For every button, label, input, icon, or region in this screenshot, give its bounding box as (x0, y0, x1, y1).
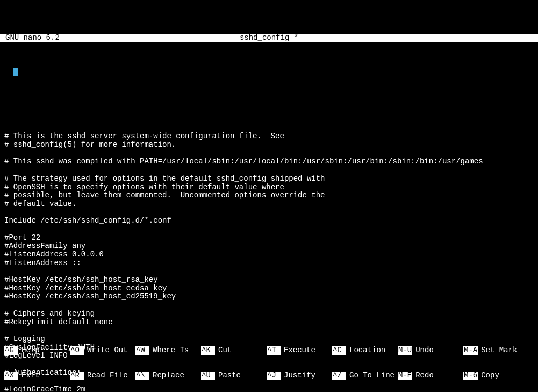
shortcut-label: Go To Line (346, 372, 394, 380)
shortcut-label: Cut (215, 346, 232, 355)
file-name: sshd_config * (240, 34, 298, 42)
shortcut-key: M-A (463, 346, 478, 355)
shortcut-key: M-U (398, 346, 412, 355)
shortcut-label: Exit (18, 372, 40, 380)
shortcut-item[interactable]: ^TExecute (267, 346, 330, 355)
buffer-line[interactable] (4, 301, 534, 310)
cursor (13, 68, 18, 76)
shortcut-item[interactable]: ^OWrite Out (70, 346, 133, 355)
shortcut-label: Redo (412, 372, 434, 380)
shortcut-item[interactable]: ^GHelp (4, 346, 68, 355)
buffer-line[interactable] (4, 225, 534, 234)
shortcut-label: Help (18, 346, 40, 355)
buffer-line[interactable]: # OpenSSH is to specify options with the… (4, 183, 534, 192)
buffer-line[interactable]: # Ciphers and keying (4, 310, 534, 318)
shortcut-item[interactable]: ^/Go To Line (332, 372, 396, 380)
shortcut-item[interactable]: M-ASet Mark (463, 346, 527, 355)
buffer-line[interactable]: #Port 22 (4, 234, 534, 243)
shortcut-item[interactable]: ^WWhere Is (135, 346, 199, 355)
buffer-line[interactable]: #HostKey /etc/ssh/ssh_host_ecdsa_key (4, 284, 534, 293)
shortcut-key: ^U (201, 372, 215, 380)
shortcut-label: Undo (412, 346, 434, 355)
buffer-line[interactable]: # The strategy used for options in the d… (4, 175, 534, 183)
app-name: GNU nano 6.2 (5, 34, 60, 42)
shortcut-key: ^T (267, 346, 281, 355)
shortcut-label: Write Out (84, 346, 128, 355)
shortcut-key: ^/ (332, 372, 346, 380)
shortcut-item[interactable]: ^KCut (201, 346, 264, 355)
shortcut-label: Read File (84, 372, 128, 380)
shortcut-key: ^R (70, 372, 84, 380)
shortcut-key: ^K (201, 346, 215, 355)
buffer-line[interactable]: # default value. (4, 200, 534, 209)
buffer-line[interactable]: #HostKey /etc/ssh/ssh_host_rsa_key (4, 276, 534, 284)
shortcut-item[interactable]: M-UUndo (398, 346, 461, 355)
shortcut-key: ^\ (135, 372, 149, 380)
shortcut-key: ^W (135, 346, 149, 355)
titlebar: GNU nano 6.2 sshd_config * (0, 34, 538, 42)
shortcut-key: M-E (398, 372, 412, 380)
shortcut-label: Set Mark (478, 346, 517, 355)
buffer-line[interactable]: # possible, but leave them commented. Un… (4, 191, 534, 200)
shortcut-key: ^G (4, 346, 18, 355)
shortcut-label: Replace (149, 372, 184, 380)
buffer-line[interactable] (4, 166, 534, 175)
buffer-line[interactable]: #ListenAddress 0.0.0.0 (4, 251, 534, 259)
buffer-line[interactable]: #ListenAddress :: (4, 259, 534, 268)
shortcut-key: ^X (4, 372, 18, 380)
shortcut-label: Location (346, 346, 385, 355)
buffer-line[interactable] (4, 124, 534, 133)
shortcut-key: M-6 (463, 372, 478, 380)
shortcut-row-1: ^GHelp^OWrite Out^WWhere Is^KCut^TExecut… (4, 346, 534, 355)
shortcut-item[interactable]: ^RRead File (70, 372, 133, 380)
shortcut-item[interactable]: ^JJustify (267, 372, 330, 380)
shortcut-item[interactable]: M-6Copy (463, 372, 527, 380)
buffer-line[interactable]: #RekeyLimit default none (4, 318, 534, 327)
shortcut-item[interactable]: ^XExit (4, 372, 68, 380)
shortcut-label: Execute (281, 346, 315, 355)
buffer-line[interactable] (4, 209, 534, 217)
shortcut-label: Copy (478, 372, 499, 380)
buffer-line[interactable]: # This is the sshd server system-wide co… (4, 132, 534, 141)
shortcut-item[interactable]: ^CLocation (332, 346, 396, 355)
shortcut-item[interactable]: ^UPaste (201, 372, 264, 380)
shortcut-label: Where Is (149, 346, 189, 355)
shortcut-label: Justify (281, 372, 315, 380)
shortcut-bar: ^GHelp^OWrite Out^WWhere Is^KCut^TExecut… (4, 330, 534, 389)
cursor-line (0, 59, 538, 68)
shortcut-key: ^J (267, 372, 281, 380)
buffer-line[interactable] (4, 267, 534, 276)
buffer-line[interactable]: # sshd_config(5) for more information. (4, 141, 534, 149)
buffer-line[interactable]: #AddressFamily any (4, 242, 534, 251)
shortcut-item[interactable]: M-ERedo (398, 372, 461, 380)
buffer-line[interactable] (4, 149, 534, 158)
shortcut-key: ^C (332, 346, 346, 355)
shortcut-key: ^O (70, 346, 84, 355)
buffer-line[interactable]: # This sshd was compiled with PATH=/usr/… (4, 158, 534, 166)
buffer-line[interactable]: #HostKey /etc/ssh/ssh_host_ed25519_key (4, 293, 534, 301)
shortcut-item[interactable]: ^\Replace (135, 372, 199, 380)
shortcut-label: Paste (215, 372, 241, 380)
shortcut-row-2: ^XExit^RRead File^\Replace^UPaste^JJusti… (4, 372, 534, 380)
buffer-line[interactable]: Include /etc/ssh/sshd_config.d/*.conf (4, 217, 534, 225)
